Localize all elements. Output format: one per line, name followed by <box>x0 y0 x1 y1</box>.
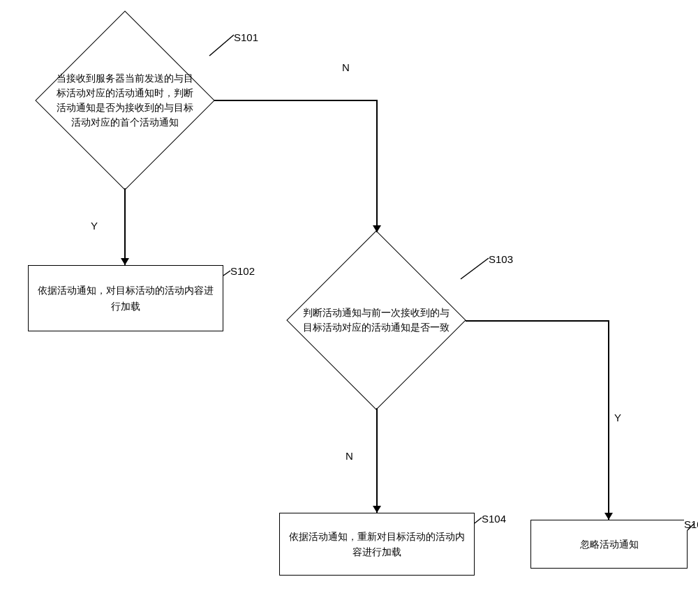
label-s104: S104 <box>482 513 506 525</box>
arrow-s105 <box>604 513 613 520</box>
edge-s103-s105-h <box>466 320 609 322</box>
decision-s103-text: 判断活动通知与前一次接收到的与目标活动对应的活动通知是否一致 <box>299 302 453 338</box>
edge-s103-s105-v <box>608 320 609 520</box>
process-s104-text: 依据活动通知，重新对目标活动的活动内容进行加载 <box>287 529 467 560</box>
edge-s101-s103-h <box>214 100 377 101</box>
edge-label-n2: N <box>346 450 353 462</box>
decision-s103: 判断活动通知与前一次接收到的与目标活动对应的活动通知是否一致 <box>286 230 466 410</box>
decision-s101: 当接收到服务器当前发送的与目标活动对应的活动通知时，判断活动通知是否为接收到的与… <box>35 10 215 190</box>
edge-label-y1: Y <box>91 220 98 232</box>
edge-s103-s104 <box>376 408 378 513</box>
svg-line-1 <box>223 271 230 276</box>
process-s105-text: 忽略活动通知 <box>580 536 639 552</box>
edge-s101-s103-v <box>376 100 378 232</box>
edge-label-y2: Y <box>614 412 621 423</box>
label-s105: S105 <box>684 518 698 530</box>
decision-s101-text: 当接收到服务器当前发送的与目标活动对应的活动通知时，判断活动通知是否为接收到的与… <box>53 68 197 133</box>
process-s102: 依据活动通知，对目标活动的活动内容进行加载 <box>28 265 223 331</box>
arrow-s103 <box>373 225 381 232</box>
edge-label-n1: N <box>342 61 350 73</box>
process-s102-text: 依据活动通知，对目标活动的活动内容进行加载 <box>36 283 216 314</box>
arrow-s104 <box>373 506 381 513</box>
process-s104: 依据活动通知，重新对目标活动的活动内容进行加载 <box>279 513 475 576</box>
label-s103: S103 <box>489 253 513 265</box>
edge-s101-s102 <box>124 188 126 265</box>
svg-line-3 <box>475 518 482 523</box>
process-s105: 忽略活动通知 <box>530 520 688 569</box>
label-s101: S101 <box>234 31 258 43</box>
flowchart-diagram: 当接收到服务器当前发送的与目标活动对应的活动通知时，判断活动通知是否为接收到的与… <box>0 0 698 616</box>
label-s102: S102 <box>230 265 255 277</box>
arrow-s102 <box>121 258 129 265</box>
